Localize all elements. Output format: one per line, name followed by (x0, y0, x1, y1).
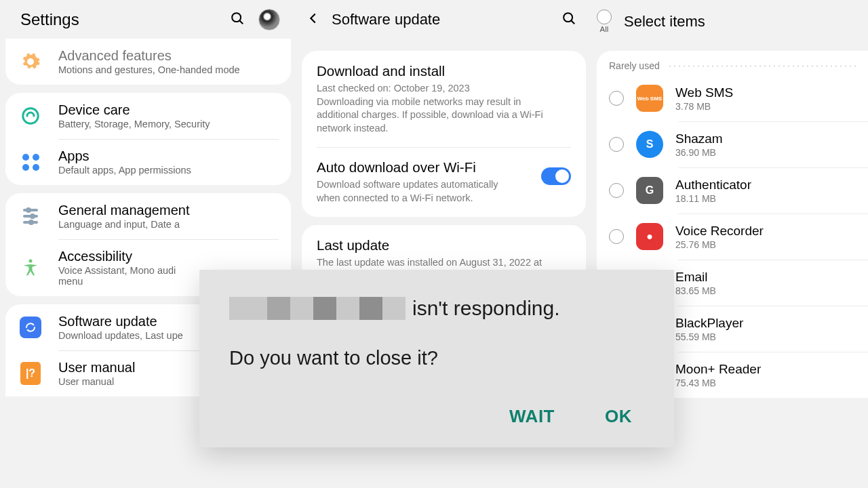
row-sub: Download software updates automatically … (317, 178, 513, 205)
row-download-install[interactable]: Download and install Last checked on: Oc… (302, 51, 586, 147)
row-title: Accessibility (58, 249, 279, 264)
app-name: BlackPlayer (675, 316, 856, 331)
row-advanced-features[interactable]: Advanced features Motions and gestures, … (5, 39, 291, 85)
row-sub: Language and input, Date a (58, 219, 279, 230)
app-row[interactable]: SShazam36.90 MB (597, 121, 868, 167)
app-name: Authenticator (675, 178, 856, 192)
row-auto-download[interactable]: Auto download over Wi-Fi Download softwa… (302, 147, 586, 217)
auto-download-toggle[interactable] (541, 167, 571, 185)
row-sub: Battery, Storage, Memory, Security (58, 119, 279, 129)
select-checkbox[interactable] (609, 229, 624, 244)
redacted-app-name (229, 297, 406, 320)
cog-icon (18, 49, 43, 75)
app-size: 55.59 MB (675, 331, 856, 342)
app-row[interactable]: Web SMSWeb SMS3.78 MB (597, 75, 868, 121)
select-checkbox[interactable] (609, 91, 624, 106)
page-title: Select items (624, 13, 705, 30)
ok-button[interactable]: OK (605, 406, 632, 427)
app-row[interactable]: ●Voice Recorder25.76 MB (597, 214, 868, 260)
row-title: Apps (58, 148, 279, 164)
app-row[interactable]: GAuthenticator18.11 MB (597, 167, 868, 214)
app-size: 83.65 MB (675, 285, 856, 296)
wait-button[interactable]: WAIT (509, 406, 555, 427)
app-size: 25.76 MB (675, 239, 856, 250)
anr-dialog: isn't responding. Do you want to close i… (199, 270, 674, 447)
app-icon: Web SMS (636, 85, 663, 112)
dialog-suffix: isn't responding. (412, 297, 560, 320)
svg-point-2 (23, 108, 39, 124)
row-title: Last update (317, 237, 571, 253)
back-icon[interactable] (306, 11, 321, 28)
app-icon: ● (636, 223, 663, 250)
app-size: 36.90 MB (675, 147, 856, 158)
row-sub: Last checked on: October 19, 2023 Downlo… (317, 82, 547, 135)
app-icon: S (636, 131, 663, 158)
app-size: 3.78 MB (675, 101, 856, 112)
select-all[interactable]: All (597, 9, 612, 33)
select-all-label: All (600, 25, 609, 33)
search-icon[interactable] (561, 11, 576, 28)
select-checkbox[interactable] (609, 137, 624, 152)
app-name: Web SMS (675, 85, 856, 100)
app-size: 18.11 MB (675, 193, 856, 204)
divider (669, 66, 856, 66)
svg-point-0 (232, 13, 241, 22)
row-sub: The last update was installed on August … (317, 256, 547, 270)
select-checkbox[interactable] (609, 183, 624, 198)
svg-point-4 (564, 13, 572, 22)
device-care-icon (18, 103, 43, 129)
apps-icon (18, 149, 43, 175)
row-title: Auto download over Wi-Fi (317, 159, 541, 176)
accessibility-icon (18, 255, 43, 281)
manual-icon: |? (18, 361, 43, 386)
row-title: Device care (58, 102, 279, 118)
update-icon (18, 314, 43, 340)
settings-title: Settings (20, 10, 79, 29)
app-name: Voice Recorder (675, 224, 856, 239)
svg-line-1 (239, 20, 243, 24)
row-title: General management (58, 203, 279, 218)
row-device-care[interactable]: Device care Battery, Storage, Memory, Se… (5, 93, 291, 139)
svg-line-5 (571, 20, 574, 24)
row-sub: Default apps, App permissions (58, 165, 279, 176)
avatar[interactable] (258, 9, 280, 30)
row-title: Download and install (317, 63, 571, 79)
app-size: 75.43 MB (675, 378, 856, 388)
app-name: Shazam (675, 131, 856, 146)
search-icon[interactable] (230, 11, 245, 28)
page-title: Software update (332, 11, 551, 28)
row-apps[interactable]: Apps Default apps, App permissions (5, 139, 291, 185)
dialog-question: Do you want to close it? (229, 347, 644, 369)
app-name: Moon+ Reader (675, 362, 856, 377)
section-label: Rarely used (609, 60, 660, 71)
row-title: Advanced features (58, 48, 279, 64)
row-general-management[interactable]: General management Language and input, D… (5, 193, 291, 239)
svg-point-3 (29, 260, 33, 263)
app-name: Email (675, 270, 856, 285)
row-sub: Motions and gestures, One-handed mode (58, 64, 279, 75)
app-icon: G (636, 177, 663, 204)
sliders-icon (18, 203, 43, 229)
